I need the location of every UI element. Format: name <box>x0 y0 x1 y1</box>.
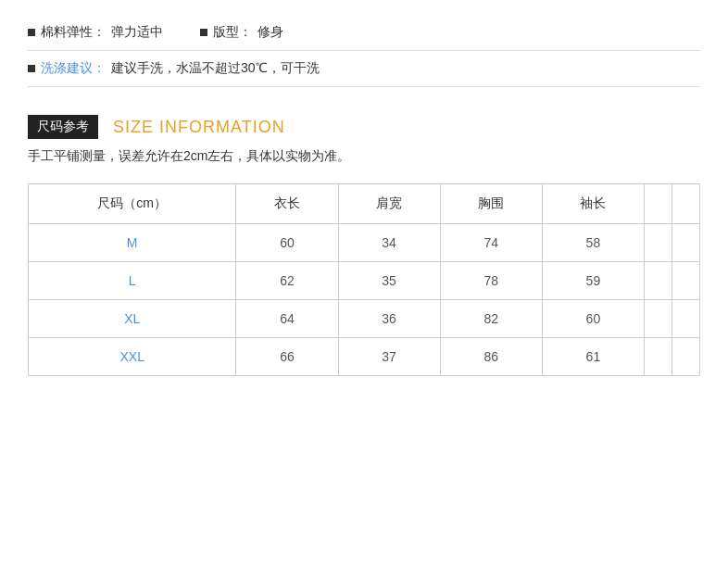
fabric-label: 棉料弹性： <box>41 24 106 41</box>
cell-extra1 <box>645 300 672 338</box>
col-size: 尺码（cm） <box>29 184 236 224</box>
bullet-icon-2 <box>200 29 207 36</box>
cell-chest: 82 <box>440 300 542 338</box>
cell-extra1 <box>645 224 672 262</box>
col-chest: 胸围 <box>440 184 542 224</box>
cell-shoulder: 37 <box>338 338 440 376</box>
cell-chest: 74 <box>440 224 542 262</box>
col-sleeve: 袖长 <box>542 184 644 224</box>
cell-extra2 <box>672 224 700 262</box>
divider-2 <box>28 86 700 87</box>
col-length: 衣长 <box>236 184 338 224</box>
cell-sleeve: 61 <box>542 338 644 376</box>
cell-size: L <box>29 262 236 300</box>
cell-length: 62 <box>236 262 338 300</box>
divider-1 <box>28 50 700 51</box>
col-extra1 <box>645 184 672 224</box>
cell-length: 60 <box>236 224 338 262</box>
size-header: 尺码参考 SIZE INFORMATION <box>28 115 700 139</box>
fit-value: 修身 <box>257 24 283 41</box>
cell-extra1 <box>645 262 672 300</box>
table-header-row: 尺码（cm） 衣长 肩宽 胸围 袖长 <box>29 184 700 224</box>
properties-section: 棉料弹性： 弹力适中 版型： 修身 洗涤建议： 建议手洗，水温不超过30℃，可干… <box>28 19 700 87</box>
wash-row: 洗涤建议： 建议手洗，水温不超过30℃，可干洗 <box>28 55 700 82</box>
fabric-value: 弹力适中 <box>111 24 163 41</box>
fit-label: 版型： <box>213 24 252 41</box>
table-row: XL 64 36 82 60 <box>29 300 700 338</box>
cell-extra2 <box>672 338 700 376</box>
wash-label: 洗涤建议： <box>41 60 106 77</box>
bullet-icon <box>28 29 35 36</box>
cell-chest: 78 <box>440 262 542 300</box>
size-info-title: SIZE INFORMATION <box>113 118 285 137</box>
property-row-1: 棉料弹性： 弹力适中 版型： 修身 <box>28 19 700 46</box>
fabric-item: 棉料弹性： 弹力适中 <box>28 24 163 41</box>
wash-value: 建议手洗，水温不超过30℃，可干洗 <box>111 60 320 77</box>
cell-size: XXL <box>29 338 236 376</box>
measurement-note: 手工平铺测量，误差允许在2cm左右，具体以实物为准。 <box>28 148 700 165</box>
cell-sleeve: 58 <box>542 224 644 262</box>
cell-size: M <box>29 224 236 262</box>
cell-shoulder: 34 <box>338 224 440 262</box>
cell-size: XL <box>29 300 236 338</box>
cell-chest: 86 <box>440 338 542 376</box>
cell-shoulder: 36 <box>338 300 440 338</box>
cell-sleeve: 60 <box>542 300 644 338</box>
cell-extra1 <box>645 338 672 376</box>
cell-extra2 <box>672 300 700 338</box>
table-row: L 62 35 78 59 <box>29 262 700 300</box>
table-row: XXL 66 37 86 61 <box>29 338 700 376</box>
bullet-icon-3 <box>28 65 35 72</box>
cell-length: 64 <box>236 300 338 338</box>
cell-sleeve: 59 <box>542 262 644 300</box>
size-badge: 尺码参考 <box>28 115 98 139</box>
col-shoulder: 肩宽 <box>338 184 440 224</box>
cell-length: 66 <box>236 338 338 376</box>
col-extra2 <box>672 184 700 224</box>
cell-shoulder: 35 <box>338 262 440 300</box>
fit-item: 版型： 修身 <box>200 24 283 41</box>
size-table: 尺码（cm） 衣长 肩宽 胸围 袖长 M 60 34 74 58 L 62 35… <box>28 183 700 376</box>
table-row: M 60 34 74 58 <box>29 224 700 262</box>
cell-extra2 <box>672 262 700 300</box>
